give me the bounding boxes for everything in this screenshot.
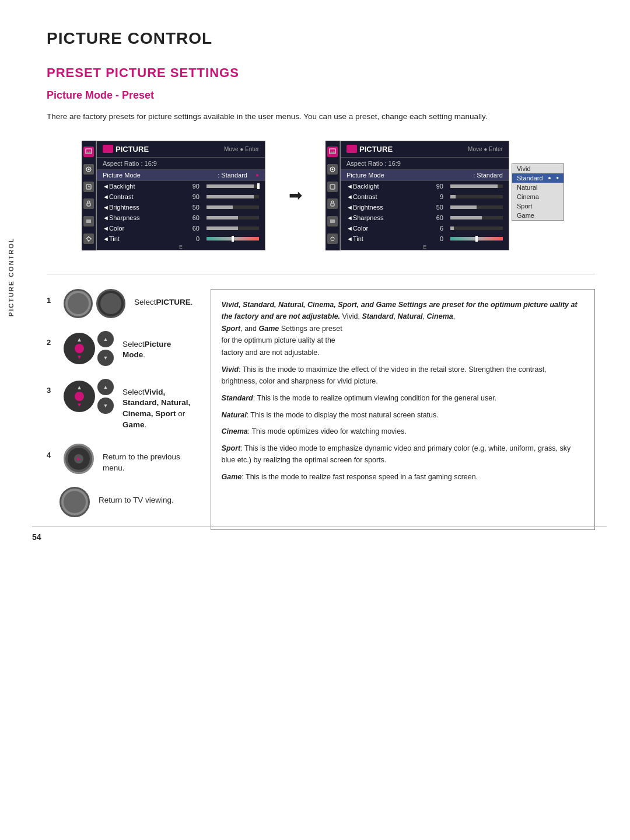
logo-icon bbox=[103, 145, 113, 153]
svg-rect-7 bbox=[87, 203, 90, 206]
dropdown-item-cinema[interactable]: Cinema bbox=[512, 192, 564, 201]
menu-left-row-4: ◄Color 60 bbox=[97, 223, 265, 233]
step-1-text: SelectPICTURE. bbox=[134, 297, 193, 308]
dropdown-item-vivid[interactable]: Vivid bbox=[512, 164, 564, 173]
sidebar-label: PICTURE CONTROL bbox=[6, 0, 16, 553]
menu-left-title: PICTURE bbox=[116, 145, 149, 154]
menu-left-container: PICTURE Move ● Enter Aspect Ratio : 16:9… bbox=[82, 141, 265, 250]
step-1-buttons bbox=[64, 289, 125, 318]
icon-setup-r bbox=[327, 233, 338, 244]
steps-left: 1 SelectPICTURE. 2 bbox=[47, 289, 193, 531]
page-number: 54 bbox=[32, 532, 41, 542]
picturemode-value-right: : Standard bbox=[473, 172, 503, 179]
step-5: Return to TV viewing. bbox=[60, 487, 193, 517]
step-4-number: 4 bbox=[47, 451, 55, 459]
step-4-buttons bbox=[64, 444, 94, 474]
dropdown-item-game[interactable]: Game bbox=[512, 211, 564, 220]
divider bbox=[47, 274, 595, 274]
menu-right-body: Aspect Ratio : 16:9 Picture Mode : Stand… bbox=[341, 158, 509, 250]
step-3: 3 ▲ ▼ ▲ ▼ bbox=[47, 379, 193, 431]
menu-right-row-5: ◄Tint 0 bbox=[341, 233, 509, 244]
remote-btn-1a bbox=[64, 289, 93, 318]
menu-right-row-1: ◄Contrast 9 bbox=[341, 191, 509, 202]
menu-left-row-3: ◄Sharpness 60 bbox=[97, 212, 265, 223]
svg-marker-17 bbox=[330, 151, 335, 154]
menu-right-nav: Move ● Enter bbox=[468, 146, 503, 152]
menu-left: PICTURE Move ● Enter Aspect Ratio : 16:9… bbox=[96, 141, 265, 250]
step-1: 1 SelectPICTURE. bbox=[47, 289, 193, 318]
info-vivid: Vivid: This is the mode to maximize the … bbox=[222, 364, 584, 388]
info-intro: Vivid, Standard, Natural, Cinema, Sport,… bbox=[222, 299, 584, 359]
menu-left-e: E bbox=[97, 244, 265, 250]
menu-right-row-2: ◄Brightness 50 bbox=[341, 202, 509, 212]
icon-audio bbox=[83, 164, 94, 175]
icon-picture bbox=[83, 147, 94, 157]
icon-option-r bbox=[327, 216, 338, 226]
svg-point-25 bbox=[331, 237, 334, 241]
menu-right-header: PICTURE Move ● Enter bbox=[341, 141, 509, 158]
step-5-text: Return to TV viewing. bbox=[99, 495, 174, 506]
menu-right-container: PICTURE Move ● Enter Aspect Ratio : 16:9… bbox=[326, 141, 509, 250]
menu-right-logo: PICTURE bbox=[346, 145, 393, 154]
info-standard: Standard: This is the mode to realize op… bbox=[222, 392, 584, 405]
arrow-symbol: ➡ bbox=[289, 186, 302, 205]
icon-option bbox=[83, 216, 94, 226]
menu-left-nav: Move ● Enter bbox=[224, 146, 259, 152]
dropdown-item-natural[interactable]: Natural bbox=[512, 183, 564, 192]
picturemode-value-left: : Standard bbox=[218, 172, 247, 179]
description-text: There are factory presets for picture se… bbox=[47, 110, 572, 123]
picturemode-label-right: Picture Mode bbox=[346, 172, 384, 179]
steps-section: 1 SelectPICTURE. 2 bbox=[47, 289, 595, 531]
page-title: PICTURE CONTROL bbox=[47, 29, 595, 48]
bottom-border bbox=[32, 527, 607, 527]
remote-btn-1b-inner bbox=[100, 293, 121, 314]
svg-point-19 bbox=[332, 169, 334, 170]
svg-point-11 bbox=[87, 237, 90, 241]
selected-indicator-left: ● bbox=[256, 172, 259, 178]
menu-right-row-0: ◄Backlight 90 bbox=[341, 181, 509, 191]
svg-rect-20 bbox=[330, 184, 335, 189]
menus-row: PICTURE Move ● Enter Aspect Ratio : 16:9… bbox=[82, 141, 595, 250]
svg-point-3 bbox=[88, 169, 90, 170]
section-title: PRESET PICTURE SETTINGS bbox=[47, 65, 595, 81]
svg-rect-21 bbox=[331, 203, 334, 206]
step-3-text: SelectVivid, Standard, Natural,Cinema, S… bbox=[123, 387, 193, 431]
info-sport: Sport: This is the video mode to emphasi… bbox=[222, 442, 584, 466]
icon-lock bbox=[83, 198, 94, 209]
dropdown-item-standard[interactable]: Standard● bbox=[512, 173, 564, 183]
menu-right-row-3: ◄Sharpness 60 bbox=[341, 212, 509, 223]
menu-left-row-5: ◄Tint 0 bbox=[97, 233, 265, 244]
icon-lock-r bbox=[327, 198, 338, 209]
menu-right-row-4: ◄Color 6 bbox=[341, 223, 509, 233]
icon-audio-r bbox=[327, 164, 338, 175]
menu-right-picturemode: Picture Mode : Standard bbox=[341, 170, 509, 181]
step-2-number: 2 bbox=[47, 338, 55, 347]
icon-setup bbox=[83, 233, 94, 244]
subsection-title: Picture Mode - Preset bbox=[47, 89, 595, 102]
remote-btn-1b bbox=[96, 289, 125, 318]
nav-btn-3b: ▲ ▼ bbox=[97, 379, 114, 414]
icon-picture-r bbox=[327, 147, 338, 157]
right-side-icons bbox=[326, 141, 340, 250]
nav-btn-2: ▲ ▼ bbox=[64, 333, 95, 364]
remote-btn-4 bbox=[64, 444, 94, 474]
step-1-number: 1 bbox=[47, 296, 55, 305]
logo-icon-r bbox=[346, 145, 357, 153]
step-2: 2 ▲ ▼ ▲ ▼ bbox=[47, 331, 193, 366]
menu-left-row-0: ◄Backlight 90 bbox=[97, 181, 265, 191]
menu-right-aspect: Aspect Ratio : 16:9 bbox=[341, 158, 509, 170]
step-2-text: SelectPicture Mode. bbox=[123, 339, 193, 361]
menu-left-row-1: ◄Contrast 90 bbox=[97, 191, 265, 202]
step-4-text: Return to the previous menu. bbox=[103, 452, 193, 474]
icon-time bbox=[83, 182, 94, 192]
info-game: Game: This is the mode to realize fast r… bbox=[222, 471, 584, 483]
picturemode-label-left: Picture Mode bbox=[103, 172, 141, 179]
menu-left-body: Aspect Ratio : 16:9 Picture Mode : Stand… bbox=[97, 158, 265, 250]
remote-btn-1a-inner bbox=[68, 293, 89, 314]
menu-right-e: E bbox=[341, 244, 509, 250]
menu-left-header: PICTURE Move ● Enter bbox=[97, 141, 265, 158]
icon-time-r bbox=[327, 182, 338, 192]
picture-mode-dropdown: Vivid Standard● Natural Cinema Sport Gam… bbox=[512, 163, 564, 221]
info-cinema: Cinema: This mode optimizes video for wa… bbox=[222, 426, 584, 438]
dropdown-item-sport[interactable]: Sport bbox=[512, 201, 564, 211]
